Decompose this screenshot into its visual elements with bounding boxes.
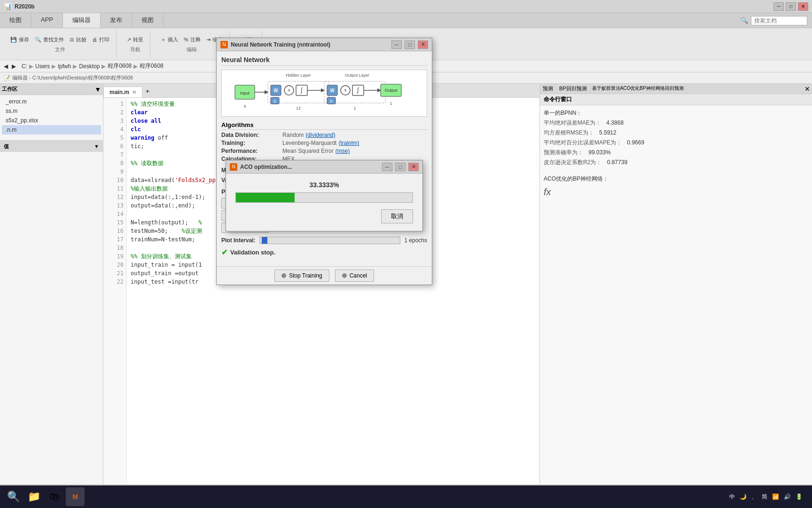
wifi-icon: 📶: [772, 493, 779, 500]
editor-path-label: 编辑器 - C:\Users\lpfwh\Desktop\程序0608\程序06…: [12, 74, 133, 81]
result-mae: 平均绝对误差MAE为： 4.3868: [544, 119, 808, 127]
cancel-training-btn[interactable]: Cancel: [335, 270, 374, 282]
aco-dialog-title: ACO optimization...: [240, 164, 379, 170]
goto-button[interactable]: ↗转至: [125, 35, 145, 44]
ribbon-tabs: 绘图 APP 编辑器 发布 视图 🔍: [0, 13, 812, 28]
aco-cancel-btn[interactable]: 取消: [381, 209, 413, 223]
svg-text:∫: ∫: [300, 86, 303, 94]
breadcrumb-folder2[interactable]: 程序0608: [140, 62, 164, 70]
battery-icon: 🔋: [796, 493, 803, 500]
performance-algo-row: Performance: Mean Squared Error (mse): [221, 148, 427, 154]
tab-editor[interactable]: 编辑器: [63, 13, 101, 28]
comma-taskbar: 、: [751, 493, 757, 501]
nn-dialog-body: Neural Network Input 4 Hidden Layer W b: [217, 51, 432, 266]
close-button[interactable]: ✕: [798, 2, 808, 11]
breadcrumb-desktop[interactable]: Desktop: [79, 63, 100, 70]
svg-text:12: 12: [296, 106, 301, 111]
data-division-row: Data Division: Random (dividerand): [221, 132, 427, 138]
find-file-button[interactable]: 🔍查找文件: [33, 35, 66, 44]
result-r2-value: 0.87739: [607, 159, 627, 166]
training-algo-row: Training: Levenberg-Marquardt (trainlm): [221, 140, 427, 146]
right-panel: 预测 BP回归预测 基于蚁群算法ACO优化BP神经网络回归预测 ✕ 命令行窗口 …: [539, 84, 812, 484]
aco-dialog: N ACO optimization... ─ □ ✕ 33.3333% 取消: [226, 160, 423, 231]
file-item-xlsx[interactable]: s5x2_pp.xlsx: [2, 116, 101, 125]
plot-interval-slider[interactable]: [259, 237, 401, 244]
tab-publish[interactable]: 发布: [101, 13, 132, 28]
taskbar-matlab-icon[interactable]: M: [66, 487, 85, 506]
breadcrumb-folder1[interactable]: 程序0608: [108, 62, 132, 70]
tab-view[interactable]: 视图: [132, 13, 164, 28]
taskbar-search-icon[interactable]: 🔍: [4, 487, 23, 506]
window-controls: ─ □ ✕: [773, 2, 808, 11]
nn-close-btn[interactable]: ✕: [418, 40, 428, 49]
right-tab-bp[interactable]: BP回归预测: [556, 84, 590, 94]
search-input[interactable]: [751, 16, 807, 25]
search-icon: 🔍: [741, 17, 748, 24]
workspace-collapse[interactable]: ▼: [94, 86, 101, 93]
breadcrumb-c[interactable]: C:: [22, 63, 27, 70]
svg-text:b: b: [273, 99, 276, 103]
result-aco-title: ACO优化的BP神经网络：: [544, 175, 808, 183]
print-button[interactable]: 🖨打印: [90, 35, 111, 44]
algorithms-title: Algorithms: [221, 121, 427, 130]
group-nav-label: 导航: [130, 46, 141, 53]
workspace-label: 工作区: [2, 86, 17, 93]
nn-minimize-btn[interactable]: ─: [391, 40, 402, 49]
nav-back[interactable]: ◀: [4, 63, 8, 70]
tab-plot[interactable]: 绘图: [0, 13, 31, 28]
nav-forward[interactable]: ▶: [12, 63, 16, 70]
insert-button[interactable]: ＋插入: [159, 35, 180, 44]
aco-dialog-titlebar: N ACO optimization... ─ □ ✕: [226, 160, 422, 174]
simplified-taskbar: 简: [762, 493, 767, 501]
maximize-button[interactable]: □: [786, 2, 796, 11]
result-r2: 皮尔逊决定系数R2为： 0.87739: [544, 159, 808, 167]
comment-button[interactable]: %注释: [182, 35, 203, 44]
nn-maximize-btn[interactable]: □: [405, 40, 415, 49]
taskbar-files-icon[interactable]: 📁: [24, 487, 43, 506]
svg-text:+: +: [287, 87, 290, 94]
svg-text:Input: Input: [240, 91, 250, 95]
cmd-window-label: 命令行窗口: [544, 95, 572, 103]
file-list: _error.m ss.m s5x2_pp.xlsx .n.m: [0, 95, 103, 136]
file-item-error[interactable]: _error.m: [2, 97, 101, 106]
file-item-ss[interactable]: ss.m: [2, 106, 101, 116]
close-tab-icon[interactable]: ✕: [132, 89, 136, 95]
svg-text:1: 1: [390, 101, 392, 106]
svg-text:4: 4: [243, 104, 246, 109]
taskbar-store-icon[interactable]: 🛍: [45, 487, 64, 506]
cmd-window-header: 命令行窗口: [540, 94, 812, 105]
value-collapse[interactable]: ▼: [94, 143, 99, 149]
right-tab-aco[interactable]: 基于蚁群算法ACO优化BP神经网络回归预测: [590, 84, 686, 94]
save-button[interactable]: 💾保存: [8, 35, 31, 44]
volume-icon: 🔊: [784, 493, 791, 500]
minimize-button[interactable]: ─: [773, 2, 784, 11]
right-panel-close-icon[interactable]: ✕: [804, 85, 810, 93]
file-item-n[interactable]: .n.m: [2, 125, 101, 135]
breadcrumb-users[interactable]: Users: [35, 63, 50, 70]
result-single-title: 单一的BPNN：: [544, 109, 808, 117]
aco-progress-fill: [236, 193, 295, 202]
stop-dot: [281, 273, 286, 278]
group-file-label: 文件: [55, 46, 65, 53]
right-panel-content: 单一的BPNN： 平均绝对误差MAE为： 4.3868 均方差根RMSE为： 5…: [540, 105, 812, 484]
aco-minimize-btn[interactable]: ─: [382, 163, 392, 171]
aco-dialog-icon: N: [230, 163, 237, 171]
cancel-dot: [342, 273, 347, 278]
right-tab-predict[interactable]: 预测: [540, 84, 556, 94]
aco-maximize-btn[interactable]: □: [395, 163, 406, 171]
app-icon: 📊: [4, 3, 12, 10]
aco-close-btn[interactable]: ✕: [408, 163, 419, 171]
add-tab-btn[interactable]: ＋: [142, 85, 153, 97]
stop-training-btn[interactable]: Stop Training: [274, 270, 329, 282]
breadcrumb-user[interactable]: lpfwh: [58, 63, 71, 70]
editor-tab-main[interactable]: main.m ✕: [103, 87, 142, 97]
result-rmse: 均方差根RMSE为： 5.5912: [544, 129, 808, 137]
taskbar: 🔍 📁 🛍 M 中 🌙 、 简 📶 🔊 🔋: [0, 485, 812, 508]
plot-interval-thumb[interactable]: [262, 237, 267, 244]
taskbar-right: 中 🌙 、 简 📶 🔊 🔋: [729, 493, 808, 501]
ime-taskbar[interactable]: 中: [729, 493, 735, 501]
result-rmse-value: 5.5912: [599, 129, 617, 136]
compare-button[interactable]: ⚖比较: [68, 35, 88, 44]
line-numbers: 12345 678910 1112131415 1617181920 2122: [103, 98, 127, 484]
tab-app[interactable]: APP: [31, 13, 63, 28]
